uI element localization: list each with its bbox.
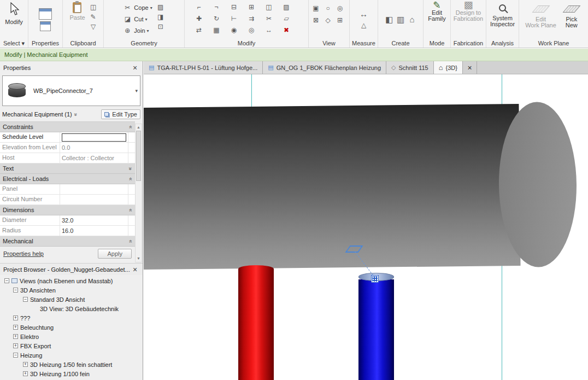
type-selector-dropdown-icon[interactable]: ▾ (135, 88, 138, 93)
pin-icon[interactable]: ◉ (229, 25, 239, 34)
reveal-hidden-icon[interactable]: ◎ (335, 3, 345, 13)
collapse-expander-icon[interactable]: − (4, 278, 9, 283)
design-to-fabrication-button[interactable]: ▩ Design to Fabrication (452, 1, 485, 23)
expand-expander-icon[interactable]: + (23, 371, 28, 376)
hide-elements-icon[interactable]: ○ (323, 3, 333, 13)
unpin-icon[interactable]: ◎ (246, 25, 256, 34)
join-button[interactable]: ⊕ Join ▾ (122, 25, 152, 36)
system-inspector-button[interactable]: System Inspector (489, 1, 516, 28)
cope-dropdown-icon[interactable]: ▾ (150, 5, 152, 10)
tree-item-beleuchtung[interactable]: +Beleuchtung (0, 323, 143, 332)
view-tab-schnitt-115[interactable]: ◇Schnitt 115 (386, 61, 434, 74)
create-group-icon[interactable]: ⌂ (407, 15, 417, 24)
collapse-expander-icon[interactable]: − (13, 353, 18, 358)
pick-new-host-button[interactable]: Pick New (560, 1, 584, 30)
array-icon[interactable]: ▦ (211, 25, 221, 34)
view-tab-close-button[interactable]: × (463, 61, 477, 74)
section-box-icon[interactable]: ⊠ (311, 15, 321, 25)
expand-icon[interactable]: » (128, 167, 134, 170)
properties-palette-icon[interactable] (39, 8, 52, 20)
wall-joins-icon[interactable]: ⊟ (229, 2, 239, 11)
tree-item-3d-ansichten[interactable]: −3D Ansichten (0, 285, 143, 295)
view-tab-flaechenplan[interactable]: ▤GN_OG 1_FBOK Flächenplan Heizung (263, 61, 386, 74)
paint-icon[interactable]: ▨ (156, 2, 166, 11)
param-section-mechanical[interactable]: Mechanical» (0, 236, 135, 247)
beam-joins-icon[interactable]: ⊞ (246, 2, 256, 11)
match-icon[interactable]: ↔ (264, 25, 274, 34)
filter-dropdown-icon[interactable]: » (73, 113, 79, 116)
view-templates-icon[interactable]: ▣ (311, 3, 321, 13)
properties-help-link[interactable]: Properties help (3, 250, 44, 257)
expand-expander-icon[interactable]: + (13, 315, 18, 320)
tree-item-fbx-export[interactable]: +FBX Export (0, 341, 143, 350)
properties-toggle-icon[interactable] (40, 21, 51, 31)
expand-expander-icon[interactable]: + (13, 334, 18, 339)
param-section-electrical-loads[interactable]: Electrical - Loads» (0, 174, 135, 184)
paint-bucket-icon[interactable]: ▨ (281, 2, 291, 11)
collapse-icon[interactable]: » (128, 208, 134, 212)
expand-expander-icon[interactable]: + (13, 343, 18, 348)
scale-icon[interactable]: ▱ (281, 14, 291, 23)
copy-tool-icon[interactable]: ◫ (264, 2, 274, 11)
expand-expander-icon[interactable]: + (13, 325, 18, 330)
apply-coping-icon[interactable]: ¬ (211, 2, 221, 11)
match-type-properties-icon[interactable]: ✎ (89, 12, 98, 21)
collapse-expander-icon[interactable]: − (13, 288, 18, 293)
scrollbar-thumb[interactable] (136, 131, 141, 181)
tree-item-elektro[interactable]: +Elektro (0, 332, 143, 341)
tree-item-heizung-1-100[interactable]: +3D Heizung 1/100 fein (0, 369, 143, 378)
tree-item-views[interactable]: −Views (nach Ebenen und Masstab) (0, 276, 143, 285)
trim-icon[interactable]: ⊢ (229, 14, 239, 23)
demolish-icon[interactable]: ⊡ (156, 22, 166, 31)
tree-item-unknown[interactable]: +??? (0, 313, 143, 323)
tree-item-3d-view-gebaeudetechnik[interactable]: 3D View: 3D Gebäudetechnik (0, 304, 143, 313)
insulation-icon[interactable]: ◧ (384, 15, 394, 24)
move-grip-handle[interactable] (372, 276, 378, 282)
collector-body[interactable] (144, 104, 521, 270)
edit-type-button[interactable]: Edit Type (101, 109, 140, 119)
type-selector[interactable]: WB_PipeConnector_7 ▾ (2, 75, 140, 106)
cut-button[interactable]: ◪ Cut ▾ (122, 14, 152, 25)
rotate-icon[interactable]: ↻ (211, 14, 221, 23)
mirror-icon[interactable]: ⇄ (194, 25, 204, 34)
cut-dropdown-icon[interactable]: ▾ (145, 17, 147, 22)
copy-icon[interactable]: ◫ (89, 2, 98, 11)
red-pipe[interactable] (238, 265, 274, 380)
param-section-text[interactable]: Text» (0, 163, 135, 174)
project-browser-close-button[interactable]: × (131, 265, 139, 274)
collapse-icon[interactable]: » (128, 239, 134, 243)
lining-icon[interactable]: ▥ (396, 15, 405, 24)
tree-item-heizung[interactable]: −Heizung (0, 350, 143, 360)
split-icon[interactable]: ✂ (264, 14, 274, 23)
expand-expander-icon[interactable]: + (23, 362, 28, 367)
split-face-icon[interactable]: ◨ (156, 12, 166, 21)
collapse-icon[interactable]: » (128, 177, 134, 180)
tree-item-standard-3d-ansicht[interactable]: −Standard 3D Ansicht (0, 295, 143, 304)
element-filter[interactable]: Mechanical Equipment (1) (2, 111, 72, 118)
collapse-icon[interactable]: » (128, 125, 134, 128)
camera-icon[interactable]: ◇ (323, 15, 333, 25)
ribbon-group-label-select[interactable]: Select ▾ (0, 39, 28, 48)
schedule-level-input[interactable] (62, 133, 126, 142)
view-tab-3d[interactable]: ⌂{3D} (434, 61, 463, 74)
collapse-expander-icon[interactable]: − (23, 297, 28, 302)
param-section-dimensions[interactable]: Dimensions» (0, 205, 135, 215)
scroll-up-icon[interactable]: ▲ (136, 124, 142, 131)
edit-work-plane-button[interactable]: Edit Work Plane (524, 1, 558, 30)
properties-scrollbar[interactable]: ▲ ▼ (135, 124, 142, 262)
modify-tool-button[interactable]: Modify (3, 1, 24, 26)
paste-button[interactable]: Paste (68, 1, 86, 22)
blue-pipe[interactable] (358, 279, 394, 380)
edit-family-button[interactable]: ✎ Edit Family (426, 1, 447, 23)
scroll-down-icon[interactable]: ▼ (136, 255, 142, 262)
3d-viewport[interactable] (144, 74, 588, 380)
measure-icon[interactable]: ↔ (359, 9, 369, 19)
apply-button[interactable]: Apply (98, 249, 132, 259)
offset-icon[interactable]: ⇉ (246, 14, 256, 23)
move-icon[interactable]: ✚ (194, 14, 204, 23)
grids-icon[interactable]: ⊞ (335, 15, 345, 25)
join-dropdown-icon[interactable]: ▾ (147, 28, 149, 33)
param-section-constraints[interactable]: Constraints» (0, 122, 135, 132)
view-tab-lueftung[interactable]: ▤TGA-RLT-LPH 5-01 - Lüftung Hofge... (144, 61, 263, 74)
delete-icon[interactable]: ✖ (281, 25, 291, 34)
